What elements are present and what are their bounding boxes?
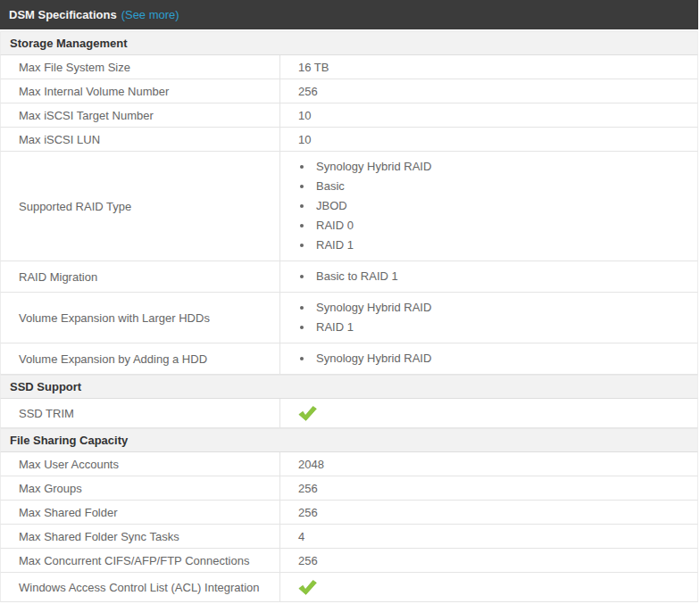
spec-label: SSD TRIM (1, 399, 280, 427)
panel-title: DSM Specifications (9, 8, 117, 21)
spec-value-list: Synology Hybrid RAIDBasicJBODRAID 0RAID … (298, 157, 431, 255)
spec-label: Max Groups (1, 476, 280, 500)
spec-label: Volume Expansion with Larger HDDs (1, 293, 280, 343)
dsm-specifications-panel: DSM Specifications (See more) Storage Ma… (0, 0, 698, 602)
spec-value (280, 399, 697, 427)
spec-value: Synology Hybrid RAID (280, 343, 697, 374)
section-header: File Sharing Capacity (0, 428, 698, 452)
list-item: Synology Hybrid RAID (313, 298, 431, 318)
spec-table: Storage Management Max File System Size … (0, 31, 698, 602)
table-row: Volume Expansion by Adding a HDD Synolog… (0, 343, 698, 375)
spec-value-list: Synology Hybrid RAIDRAID 1 (298, 298, 431, 337)
section-title: SSD Support (10, 380, 81, 393)
spec-label: Max User Accounts (1, 452, 280, 476)
spec-value: 10 (280, 103, 697, 127)
spec-label: Max iSCSI Target Number (1, 103, 280, 127)
spec-value: Synology Hybrid RAIDBasicJBODRAID 0RAID … (280, 152, 697, 261)
table-row: RAID Migration Basic to RAID 1 (0, 261, 698, 293)
spec-value: Basic to RAID 1 (280, 261, 697, 292)
section-title: File Sharing Capacity (10, 434, 128, 447)
list-item: Synology Hybrid RAID (313, 349, 431, 368)
check-icon (298, 406, 317, 421)
spec-label: Max Shared Folder Sync Tasks (1, 525, 280, 548)
table-row: Max File System Size 16 TB (0, 55, 698, 79)
list-item: Basic to RAID 1 (313, 267, 398, 286)
spec-value-list: Basic to RAID 1 (298, 267, 398, 286)
spec-label: RAID Migration (1, 261, 280, 292)
spec-value: 256 (280, 476, 697, 500)
list-item: Synology Hybrid RAID (313, 157, 431, 177)
table-row: SSD TRIM (0, 399, 698, 428)
section-header: Storage Management (0, 31, 698, 55)
spec-label: Windows Access Control List (ACL) Integr… (1, 573, 280, 601)
spec-value: 256 (280, 501, 697, 524)
spec-label: Supported RAID Type (1, 152, 280, 261)
list-item: RAID 1 (313, 236, 431, 255)
panel-header: DSM Specifications (See more) (0, 0, 698, 29)
spec-value (280, 573, 697, 601)
spec-value: 256 (280, 79, 697, 103)
spec-value: 256 (280, 549, 697, 572)
spec-value: 4 (280, 525, 697, 548)
check-icon (298, 580, 317, 595)
spec-label: Max Internal Volume Number (1, 79, 280, 103)
table-row: Volume Expansion with Larger HDDs Synolo… (0, 293, 698, 343)
spec-label: Max iSCSI LUN (1, 128, 280, 151)
spec-label: Max Concurrent CIFS/AFP/FTP Connections (1, 549, 280, 572)
section-title: Storage Management (10, 37, 127, 50)
spec-value: 10 (280, 128, 697, 151)
spec-value-list: Synology Hybrid RAID (298, 349, 431, 368)
table-row: Max Shared Folder Sync Tasks 4 (0, 525, 698, 549)
table-row: Windows Access Control List (ACL) Integr… (0, 573, 698, 602)
table-row: Max User Accounts 2048 (0, 452, 698, 476)
list-item: RAID 0 (313, 216, 431, 236)
spec-value: 2048 (280, 452, 697, 476)
list-item: JBOD (313, 196, 431, 216)
list-item: RAID 1 (313, 318, 431, 337)
spec-value: Synology Hybrid RAIDRAID 1 (280, 293, 697, 343)
table-row: Max Concurrent CIFS/AFP/FTP Connections … (0, 549, 698, 573)
table-row: Max iSCSI LUN 10 (0, 128, 698, 152)
spec-label: Volume Expansion by Adding a HDD (1, 343, 280, 374)
list-item: Basic (313, 177, 431, 196)
table-row: Supported RAID Type Synology Hybrid RAID… (0, 152, 698, 261)
spec-value: 16 TB (280, 55, 697, 79)
table-row: Max Groups 256 (0, 476, 698, 501)
table-row: Max iSCSI Target Number 10 (0, 103, 698, 128)
spec-label: Max Shared Folder (1, 501, 280, 524)
table-row: Max Internal Volume Number 256 (0, 79, 698, 103)
section-header: SSD Support (0, 375, 698, 399)
table-row: Max Shared Folder 256 (0, 501, 698, 525)
spec-label: Max File System Size (1, 55, 280, 79)
see-more-link[interactable]: (See more) (121, 8, 179, 21)
